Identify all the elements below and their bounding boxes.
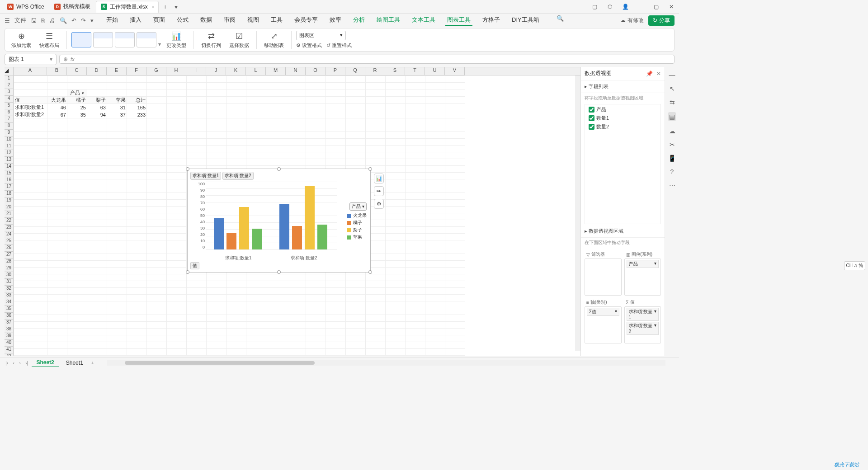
cell[interactable] (127, 274, 147, 281)
window-minimize-icon[interactable]: — (636, 4, 646, 10)
cell[interactable] (167, 76, 187, 83)
cell[interactable] (127, 200, 147, 207)
redo-icon[interactable]: ↷ (81, 17, 86, 24)
cell[interactable] (226, 335, 246, 342)
cell[interactable] (425, 179, 445, 186)
col-header[interactable]: K (226, 67, 246, 75)
cell[interactable] (107, 83, 127, 89)
cell[interactable] (425, 139, 445, 146)
row-header[interactable]: 29 (5, 265, 13, 272)
chart-bar[interactable] (279, 204, 289, 250)
cell[interactable] (286, 335, 306, 342)
cell[interactable] (266, 315, 286, 322)
spreadsheet[interactable]: ◢ A B C D E F G H I J K L M N O P Q R S … (5, 67, 580, 356)
cell[interactable] (346, 308, 366, 315)
cell[interactable] (167, 281, 187, 288)
cell[interactable] (67, 315, 87, 322)
cell[interactable] (306, 97, 326, 104)
cell[interactable] (226, 111, 246, 118)
cell[interactable] (14, 335, 47, 342)
row-header[interactable]: 15 (5, 170, 13, 177)
area-filter-box[interactable] (585, 258, 622, 296)
cell[interactable] (445, 315, 465, 322)
cell[interactable] (286, 159, 306, 166)
cell[interactable] (187, 83, 207, 89)
cell[interactable] (406, 159, 425, 166)
cell[interactable] (67, 281, 87, 288)
cell[interactable] (67, 234, 87, 240)
cell[interactable] (346, 159, 366, 166)
cell[interactable] (406, 335, 425, 342)
cell[interactable] (47, 342, 67, 349)
cell[interactable] (386, 146, 406, 152)
cell[interactable] (246, 159, 266, 166)
col-header[interactable]: D (87, 67, 107, 75)
cell[interactable] (386, 281, 406, 288)
cell[interactable] (14, 308, 47, 315)
cell[interactable] (127, 295, 147, 301)
cell[interactable] (14, 139, 47, 146)
field-checkbox[interactable] (589, 115, 594, 121)
chart-style-2[interactable] (93, 32, 113, 47)
chart-series-btn-2[interactable]: 求和项:数量2 (222, 172, 253, 180)
cell[interactable] (425, 213, 445, 220)
cell[interactable] (386, 213, 406, 220)
cell[interactable] (386, 322, 406, 329)
cell[interactable] (14, 186, 47, 193)
cell[interactable] (107, 301, 127, 308)
cell[interactable] (226, 329, 246, 335)
cell[interactable] (67, 159, 87, 166)
cell[interactable] (87, 227, 107, 234)
cell[interactable] (445, 308, 465, 315)
cell[interactable] (346, 89, 366, 97)
row-header[interactable]: 23 (5, 225, 13, 231)
cell[interactable] (266, 159, 286, 166)
cell[interactable] (67, 240, 87, 247)
ribbon-reset-style[interactable]: ↺ 重置样式 (326, 42, 352, 49)
cell[interactable] (445, 329, 465, 335)
cell[interactable] (47, 281, 67, 288)
cell[interactable] (226, 274, 246, 281)
cell[interactable] (107, 335, 127, 342)
cell[interactable] (127, 261, 147, 268)
cell[interactable] (366, 118, 386, 125)
cell[interactable] (147, 329, 167, 335)
cell[interactable] (47, 200, 67, 207)
cell[interactable] (47, 335, 67, 342)
resize-handle[interactable] (186, 167, 189, 171)
col-header[interactable]: C (67, 67, 87, 75)
cell[interactable] (14, 173, 47, 179)
cell[interactable] (147, 159, 167, 166)
legend-item[interactable]: 梨子 (347, 227, 367, 233)
cell[interactable] (326, 342, 346, 349)
cell[interactable] (147, 118, 167, 125)
cell[interactable] (14, 295, 47, 301)
cursor-icon[interactable]: ↖ (670, 85, 675, 92)
cell[interactable] (226, 89, 246, 97)
cell[interactable] (87, 281, 107, 288)
cell[interactable] (127, 76, 147, 83)
cell[interactable] (67, 146, 87, 152)
cell[interactable] (386, 288, 406, 295)
cell[interactable] (346, 295, 366, 301)
cell[interactable] (47, 240, 67, 247)
cell[interactable] (167, 322, 187, 329)
sheet-nav-next[interactable]: › (18, 360, 22, 366)
cell[interactable] (445, 76, 465, 83)
col-header[interactable]: H (166, 67, 186, 75)
cell[interactable] (306, 111, 326, 118)
menu-start[interactable]: 开始 (104, 15, 120, 26)
cell[interactable] (246, 301, 266, 308)
cell[interactable] (266, 111, 286, 118)
cell[interactable] (14, 274, 47, 281)
cell[interactable] (127, 193, 147, 200)
cell[interactable] (386, 268, 406, 274)
tab-document[interactable]: S 工作簿数量.xlsx • (96, 1, 159, 13)
cell[interactable] (406, 295, 425, 301)
cell[interactable] (366, 125, 386, 132)
cell[interactable] (246, 349, 266, 356)
col-header[interactable]: T (405, 67, 425, 75)
cell[interactable] (445, 132, 465, 139)
cell[interactable]: 37 (107, 111, 127, 118)
cell[interactable] (386, 220, 406, 227)
